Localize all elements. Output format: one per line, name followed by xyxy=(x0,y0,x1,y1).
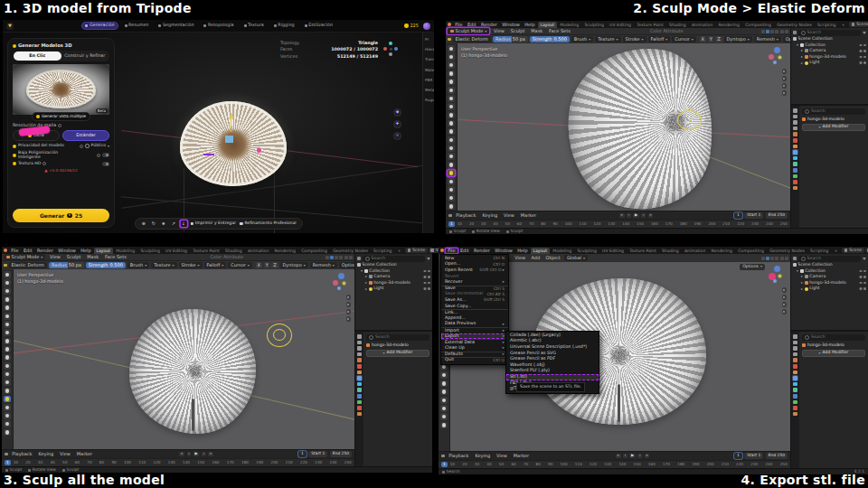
workspace-tab[interactable]: Shading xyxy=(659,248,681,254)
properties-tab-icon[interactable] xyxy=(793,162,797,166)
file-menu-item[interactable]: Export▸ xyxy=(441,333,508,340)
menubar-item[interactable]: Edit xyxy=(22,249,34,253)
workspace-tab[interactable]: Shading xyxy=(666,22,688,28)
workspace-tab[interactable]: + xyxy=(395,248,403,254)
generate-button[interactable]: Generart25 xyxy=(13,209,109,222)
transport-button[interactable]: › xyxy=(641,213,646,219)
workspace-tab[interactable]: Scripting xyxy=(371,248,394,254)
scene-collection-row[interactable]: Scene Collection xyxy=(793,262,866,268)
file-menu-item[interactable]: Link... xyxy=(441,309,508,315)
file-menu-item[interactable]: Open RecentShift Ctrl O ▸ xyxy=(441,267,508,274)
tool-dropdown[interactable]: Cursor▾ xyxy=(228,262,251,268)
export-format-item[interactable]: Universal Scene Description (.usd*) xyxy=(506,344,599,351)
menubar-item[interactable]: Help xyxy=(523,23,537,27)
export-format-item[interactable]: Stl (.stl) xyxy=(506,374,599,380)
toolbar-icon[interactable]: ↓ xyxy=(180,221,186,227)
mode-dropdown[interactable]: Sculpt Mode▾ xyxy=(4,254,45,260)
object-tool-icon[interactable] xyxy=(440,389,448,396)
sculpt-brush-icon[interactable] xyxy=(448,186,455,193)
object-tool-icon[interactable] xyxy=(440,397,448,404)
viewport-shading-icons[interactable] xyxy=(761,30,788,33)
transport-button[interactable]: ‹ xyxy=(627,213,631,219)
blender-logo-icon[interactable] xyxy=(440,249,444,252)
workspace-tab[interactable]: Animation xyxy=(682,248,708,254)
timeline-menu[interactable]: Marker xyxy=(512,454,532,458)
timeline-menu[interactable]: View xyxy=(58,452,72,456)
add-modifier-button[interactable]: ▾Add Modifier xyxy=(802,124,865,131)
visibility-icons[interactable] xyxy=(863,56,866,59)
sculpt-brush-icon[interactable] xyxy=(4,379,11,386)
outliner-item[interactable]: ▸Light xyxy=(793,60,866,66)
workspace-tab[interactable]: Modeling xyxy=(551,248,574,254)
collection-row[interactable]: ▾Collection xyxy=(793,42,866,49)
sculpt-brush-icon[interactable] xyxy=(448,136,455,144)
workspace-tab[interactable]: Compositing xyxy=(743,22,774,28)
properties-tab-icon[interactable] xyxy=(357,346,362,351)
outliner-item[interactable]: ▸hongo-3d-modelo xyxy=(793,280,866,286)
transport-button[interactable]: » xyxy=(208,452,213,457)
properties-tab-icon[interactable] xyxy=(357,334,362,339)
sculpt-brush-icon[interactable] xyxy=(4,396,11,403)
editor-type-icon[interactable] xyxy=(793,31,797,34)
tool-dropdown[interactable]: Brush▾ xyxy=(127,262,149,268)
playhead[interactable]: 1 xyxy=(5,460,11,465)
timeline-menu[interactable]: Keying xyxy=(473,454,492,458)
header-menu-item[interactable]: Mask xyxy=(85,255,100,259)
workspace-tab[interactable]: Modeling xyxy=(558,22,581,28)
menubar-item[interactable]: Help xyxy=(79,249,93,253)
current-frame-field[interactable]: 1 xyxy=(734,453,742,458)
sculpt-brush-icon[interactable] xyxy=(448,120,455,127)
tripo-nav-tab[interactable]: Resumen xyxy=(121,23,152,30)
mirror-axis-button[interactable]: Z xyxy=(715,36,722,42)
header-menu-item[interactable]: View xyxy=(48,255,62,259)
workspace-tab[interactable]: Rendering xyxy=(709,248,735,254)
outliner-item[interactable]: ▸Camera xyxy=(793,274,866,280)
menubar-item[interactable]: Help xyxy=(515,249,530,253)
workspace-tab[interactable]: Texture Paint xyxy=(635,22,666,28)
header-menu-item[interactable]: Face Sets xyxy=(103,255,128,259)
mirror-axis-button[interactable]: Y xyxy=(708,36,714,42)
header-menu-item[interactable]: Face Sets xyxy=(547,29,572,33)
workspace-tab[interactable]: Animation xyxy=(689,22,715,28)
transport-button[interactable]: ▶ xyxy=(629,454,635,459)
visibility-icons[interactable] xyxy=(863,270,866,273)
export-format-item[interactable]: Grease Pencil as PDF xyxy=(506,356,599,362)
visibility-icons[interactable] xyxy=(863,287,866,290)
workspace-tab[interactable]: UV Editing xyxy=(599,248,626,254)
file-menu-item[interactable]: Import▸ xyxy=(441,327,508,333)
texture-hd-toggle[interactable] xyxy=(102,162,109,166)
tool-dropdown[interactable]: Falloff▾ xyxy=(204,262,227,268)
mirror-axis-button[interactable]: X xyxy=(700,36,706,42)
mode-dropdown[interactable]: Sculpt Mode▾ xyxy=(448,28,489,34)
gizmo-plane-handle[interactable] xyxy=(225,136,233,143)
strength-slider[interactable]: Strength0.500 xyxy=(530,36,570,42)
sculpt-brush-icon[interactable] xyxy=(4,313,11,320)
navigation-gizmo[interactable] xyxy=(766,266,786,284)
viewport-shading-icons[interactable] xyxy=(761,257,788,260)
workspace-tab[interactable]: UV Editing xyxy=(607,22,633,28)
current-frame-field[interactable]: 1 xyxy=(734,212,742,218)
properties-tab-icon[interactable] xyxy=(793,371,797,375)
sculpt-brush-icon[interactable] xyxy=(448,170,455,177)
workspace-tab[interactable]: Layout xyxy=(538,22,557,28)
workspace-tab[interactable]: Texture Paint xyxy=(627,248,659,254)
tripo-nav-tab[interactable]: Estilización xyxy=(301,23,335,30)
properties-tab-icon[interactable] xyxy=(357,400,362,405)
resolution-standard-button[interactable]: Estándar xyxy=(62,130,109,141)
transport-button[interactable]: » xyxy=(645,454,650,459)
visibility-icons[interactable] xyxy=(863,276,866,278)
visibility-icons[interactable] xyxy=(863,282,866,285)
sculpt-brush-icon[interactable] xyxy=(448,153,455,160)
sculpt-brush-icon[interactable] xyxy=(448,103,455,110)
sculpt-brush-icon[interactable] xyxy=(448,95,455,102)
workspace-tab[interactable]: + xyxy=(839,22,847,28)
properties-tab-icon[interactable] xyxy=(793,400,797,405)
workspace-tab[interactable]: Sculpting xyxy=(575,248,599,254)
tab-build-refine[interactable]: Construir y Refinar xyxy=(61,52,109,61)
transport-button[interactable]: » xyxy=(648,213,654,219)
properties-tab-icon[interactable] xyxy=(793,186,797,191)
workspace-tab[interactable]: Animation xyxy=(245,248,271,254)
header-menu-item[interactable]: Mask xyxy=(529,29,544,33)
strength-slider[interactable]: Strength0.500 xyxy=(86,262,126,268)
sculpt-brush-icon[interactable] xyxy=(448,45,455,52)
